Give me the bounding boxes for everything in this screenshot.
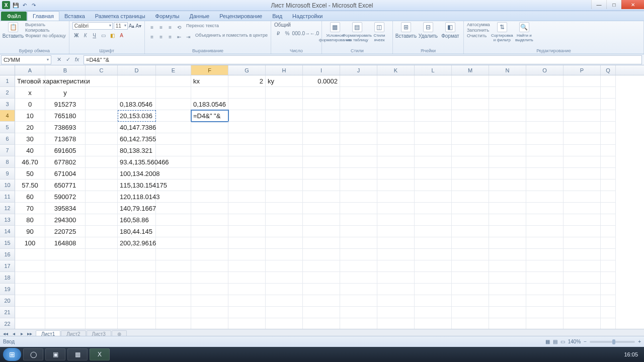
tab-insert[interactable]: Вставка (59, 12, 90, 21)
cell-P18[interactable] (564, 272, 601, 284)
font-size-select[interactable]: 11 (114, 22, 128, 30)
cell-Q1[interactable] (601, 75, 616, 87)
cell-P17[interactable] (564, 260, 601, 272)
cell-F9[interactable] (191, 168, 228, 179)
cell-D13[interactable]: 160,58.86 (118, 214, 156, 226)
cell-F16[interactable] (191, 249, 228, 260)
cell-Q18[interactable] (601, 272, 616, 284)
row-header[interactable]: 20 (0, 295, 15, 307)
cell-O17[interactable] (526, 260, 564, 272)
cell-I16[interactable] (303, 249, 340, 260)
cell-F12[interactable] (191, 203, 228, 214)
cell-L2[interactable] (415, 87, 452, 99)
col-header-M[interactable]: M (452, 65, 489, 75)
cell-O1[interactable] (526, 75, 564, 87)
cell-O9[interactable] (526, 168, 564, 179)
row-header[interactable]: 16 (0, 249, 15, 260)
cell-I19[interactable] (303, 284, 340, 295)
cell-Q3[interactable] (601, 99, 616, 110)
cut-button[interactable]: Вырезать (25, 22, 66, 27)
cell-P11[interactable] (564, 191, 601, 203)
cell-L16[interactable] (415, 249, 452, 260)
tab-formulas[interactable]: Формулы (150, 12, 185, 21)
cell-C14[interactable] (86, 226, 118, 237)
cell-C18[interactable] (86, 272, 118, 284)
cell-I1[interactable]: 0.0002 (303, 75, 340, 87)
cell-G19[interactable] (228, 284, 266, 295)
cell-G17[interactable] (228, 260, 266, 272)
cell-N14[interactable] (489, 226, 526, 237)
cell-A15[interactable]: 100 (15, 237, 45, 249)
cell-M12[interactable] (452, 203, 489, 214)
row-header[interactable]: 18 (0, 272, 15, 284)
cell-Q8[interactable] (601, 156, 616, 168)
cell-O7[interactable] (526, 145, 564, 156)
cell-H5[interactable] (266, 122, 303, 133)
cell-H7[interactable] (266, 145, 303, 156)
cell-B7[interactable]: 691605 (45, 145, 86, 156)
cell-N7[interactable] (489, 145, 526, 156)
cell-H20[interactable] (266, 295, 303, 307)
fill-button[interactable]: Заполнить (467, 28, 490, 33)
cell-Q2[interactable] (601, 87, 616, 99)
cell-I20[interactable] (303, 295, 340, 307)
col-header-Q[interactable]: Q (601, 65, 616, 75)
cell-C10[interactable] (86, 179, 118, 191)
cell-Q5[interactable] (601, 122, 616, 133)
cell-N21[interactable] (489, 307, 526, 318)
fx-icon[interactable]: fx (73, 56, 80, 63)
cell-N9[interactable] (489, 168, 526, 179)
cell-G20[interactable] (228, 295, 266, 307)
cell-P4[interactable] (564, 110, 601, 122)
cell-A7[interactable]: 40 (15, 145, 45, 156)
cell-J5[interactable] (340, 122, 377, 133)
cell-P19[interactable] (564, 284, 601, 295)
cell-Q10[interactable] (601, 179, 616, 191)
cell-N11[interactable] (489, 191, 526, 203)
row-header[interactable]: 17 (0, 260, 15, 272)
cell-D6[interactable]: 60,142.7355 (118, 133, 156, 145)
view-normal-icon[interactable]: ▦ (545, 339, 550, 344)
cell-A12[interactable]: 70 (15, 203, 45, 214)
cell-E18[interactable] (156, 272, 191, 284)
cell-L12[interactable] (415, 203, 452, 214)
cell-N3[interactable] (489, 99, 526, 110)
col-header-L[interactable]: L (415, 65, 452, 75)
formula-input[interactable]: =D4&" "& (84, 55, 642, 64)
cell-L14[interactable] (415, 226, 452, 237)
cell-P8[interactable] (564, 156, 601, 168)
cell-A22[interactable] (15, 318, 45, 329)
cell-L19[interactable] (415, 284, 452, 295)
cell-L7[interactable] (415, 145, 452, 156)
cell-A18[interactable] (15, 272, 45, 284)
cell-Q19[interactable] (601, 284, 616, 295)
cell-M2[interactable] (452, 87, 489, 99)
align-right-icon[interactable]: ≡ (166, 33, 174, 41)
cell-H10[interactable] (266, 179, 303, 191)
cell-G12[interactable] (228, 203, 266, 214)
taskbar-excel-icon[interactable]: X (90, 348, 110, 360)
cell-D21[interactable] (118, 307, 156, 318)
cell-I12[interactable] (303, 203, 340, 214)
cell-F7[interactable] (191, 145, 228, 156)
cell-B17[interactable] (45, 260, 86, 272)
cell-O13[interactable] (526, 214, 564, 226)
cell-F6[interactable] (191, 133, 228, 145)
cell-E6[interactable] (156, 133, 191, 145)
cell-C5[interactable] (86, 122, 118, 133)
cell-A3[interactable]: 0 (15, 99, 45, 110)
row-header[interactable]: 12 (0, 203, 15, 214)
cell-G5[interactable] (228, 122, 266, 133)
tab-view[interactable]: Вид (267, 12, 287, 21)
increase-font-icon[interactable]: A▴ (129, 23, 135, 29)
cell-D1[interactable] (118, 75, 156, 87)
cell-E16[interactable] (156, 249, 191, 260)
cell-J6[interactable] (340, 133, 377, 145)
cell-Q7[interactable] (601, 145, 616, 156)
cell-O16[interactable] (526, 249, 564, 260)
cell-B5[interactable]: 738693 (45, 122, 86, 133)
row-header[interactable]: 3 (0, 99, 15, 110)
cell-O15[interactable] (526, 237, 564, 249)
tab-addins[interactable]: Надстройки (287, 12, 328, 21)
tab-file[interactable]: Файл (1, 12, 27, 21)
